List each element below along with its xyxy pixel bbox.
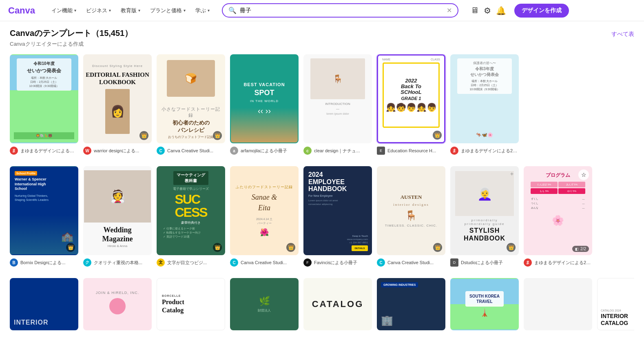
- chevron-down-icon: ▾: [74, 8, 76, 13]
- creator-name: まゆまるデザインによるパンフレット: [20, 148, 78, 154]
- clear-search-icon[interactable]: ✕: [447, 7, 452, 14]
- crown-badge: 👑: [139, 131, 148, 140]
- page-badge: ◧ 2/2: [572, 246, 589, 252]
- template-card-r3-6[interactable]: GROWING INDUSTRIES 🏢: [377, 278, 445, 330]
- template-card-r1-6[interactable]: NAMECLASS 2022Back ToSCHooL GRADE 1 👧🧒👦👧…: [377, 54, 445, 155]
- template-card-r2-8[interactable]: プログラム たんぽぽ 5% あんず 5% もも 5% ゆり 5% ずくし— つく…: [524, 166, 592, 267]
- template-card-r3-3[interactable]: BORCELLE ProductCatalog: [157, 278, 225, 330]
- creator-name: Canva Creative Studi...: [167, 148, 213, 153]
- nav-item-4[interactable]: 学ぶ ▾: [191, 4, 214, 17]
- template-card-r2-6[interactable]: AUSTENinterior designs 🪑 TIMELESS. CLASS…: [377, 166, 445, 267]
- creator-avatar: 文: [157, 258, 165, 267]
- crown-badge: 👑: [213, 243, 222, 252]
- crown-badge: 👑: [433, 131, 442, 140]
- template-card-r3-1[interactable]: INTERIOR: [10, 278, 78, 330]
- section-title: Canvaのテンプレート（15,451）: [10, 28, 133, 39]
- creator-name: Dstudioによる小冊子: [461, 260, 503, 266]
- template-card-r3-2[interactable]: JOIN & HIRELD, INC.: [83, 278, 152, 330]
- section-subtitle: Canvaクリエイターによる作成: [10, 40, 634, 48]
- nav-item-1[interactable]: ビジネス ▾: [82, 4, 115, 17]
- creator-avatar: E: [377, 147, 385, 155]
- template-card-r1-3[interactable]: 🍞 小さなフードストーリー記録 初心者のための パンレシピ おうちのフェフェトフ…: [157, 54, 225, 155]
- creator-avatar: a: [230, 147, 238, 155]
- chevron-down-icon: ▾: [208, 8, 210, 13]
- search-icon: 🔍: [228, 7, 237, 14]
- template-row-3: INTERIOR JOIN & HIRELD, INC. BORCELLE Pr…: [10, 278, 634, 334]
- creator-avatar: ま: [450, 147, 458, 155]
- creator-name: Canva Creative Studi...: [387, 260, 434, 265]
- creator-name: Favincisによる小冊子: [314, 260, 357, 266]
- chevron-down-icon: ▾: [109, 8, 111, 13]
- template-row-1: 令和10年度 せいかつ発表会 場所：本館 大ホール日時：2月25日（土）10:0…: [10, 54, 634, 158]
- template-card-r2-2[interactable]: 👰 WeddingMagazine Hiroki & Anna ク クオリティ重…: [83, 166, 152, 267]
- template-card-r2-1[interactable]: School Profile Warner & SpencerInternati…: [10, 166, 78, 267]
- creator-name: arfamojilaによる小冊子: [241, 148, 287, 154]
- create-design-button[interactable]: デザインを作成: [514, 4, 569, 18]
- section-header: Canvaのテンプレート（15,451） すべて表: [10, 28, 634, 39]
- creator-name: Canva Creative Studi...: [241, 260, 287, 265]
- creator-name: 文字が目立つビジ...: [167, 260, 207, 266]
- template-card-r2-3[interactable]: マーケティング教科書 電子書籍で学ぶシリーズ SUCCESS 豪華特典付き ✓ …: [157, 166, 225, 267]
- template-card-r3-5[interactable]: CATALOG: [303, 278, 372, 330]
- nav-item-3[interactable]: プランと価格 ▾: [146, 4, 190, 17]
- monitor-icon[interactable]: 🖥: [471, 6, 479, 15]
- crown-badge: 👑: [507, 243, 516, 252]
- creator-avatar: D: [450, 258, 458, 267]
- template-card-r3-8[interactable]: [524, 278, 592, 330]
- template-row-2: School Profile Warner & SpencerInternati…: [10, 166, 634, 270]
- creator-name: まゆまるデザインによる2つ折りパンフレット: [461, 148, 519, 154]
- header: Canva イン機能 ▾ ビジネス ▾ 教育版 ▾ プランと価格 ▾ 学ぶ ▾ …: [0, 0, 644, 21]
- gear-icon[interactable]: ⚙: [484, 6, 491, 16]
- creator-name: warrior designによる...: [94, 148, 139, 154]
- creator-avatar: C: [377, 258, 385, 267]
- template-card-r1-5[interactable]: 🪑 INTRODUCTION—lorem ipsum dolor c clear…: [303, 54, 372, 155]
- template-card-r1-2[interactable]: Discount Styling Style Here EDITORIAL FA…: [83, 54, 152, 155]
- template-card-r3-4[interactable]: 🌿 財団法人: [230, 278, 299, 330]
- creator-avatar: ま: [524, 258, 532, 267]
- creator-avatar: W: [83, 147, 91, 155]
- template-card-r1-1[interactable]: 令和10年度 せいかつ発表会 場所：本館 大ホール日時：2月25日（土）10:0…: [10, 54, 78, 155]
- crown-badge: 👑: [286, 243, 295, 252]
- template-card-r2-7[interactable]: 👩‍🦳 primordiallyprimordially guide STYLI…: [450, 166, 519, 267]
- nav-item-0[interactable]: イン機能 ▾: [47, 4, 80, 17]
- nav-bar: イン機能 ▾ ビジネス ▾ 教育版 ▾ プランと価格 ▾ 学ぶ ▾: [47, 4, 214, 17]
- creator-name: Education Resource H...: [387, 148, 436, 153]
- header-icons: 🖥 ⚙ 🔔: [471, 6, 506, 16]
- chevron-down-icon: ▾: [184, 8, 186, 13]
- creator-name: clear design｜ナチュ...: [314, 148, 360, 154]
- creator-avatar: C: [230, 258, 238, 267]
- template-card-r3-7[interactable]: SOUTH KOREATRAVEL 🗼: [450, 278, 519, 330]
- creator-name: Bornix Designによる...: [20, 260, 66, 266]
- creator-avatar: ま: [10, 147, 18, 155]
- template-card-r1-7[interactable]: 保護者の皆へ〜 令和3年度せいかつ発表会 場所：本館 大ホール日時：2月25日（…: [450, 54, 519, 155]
- creator-avatar: c: [303, 147, 312, 155]
- star-icon[interactable]: ☆: [578, 169, 589, 180]
- creator-avatar: B: [10, 258, 18, 267]
- see-all-link[interactable]: すべて表: [611, 31, 634, 38]
- creator-avatar: ク: [83, 258, 91, 267]
- crown-badge: 👑: [66, 243, 75, 252]
- chevron-down-icon: ▾: [138, 8, 140, 13]
- crown-badge: 👑: [213, 131, 222, 140]
- crown-badge: 👑: [433, 243, 442, 252]
- template-card-r3-9[interactable]: CATALOG 2024 INTERIORCATALOG: [597, 278, 634, 330]
- logo[interactable]: Canva: [8, 5, 35, 16]
- creator-name: まゆまるデザインによる2つ折りパンフレット: [534, 260, 592, 266]
- template-card-r2-5[interactable]: 2024EMPLOYEEHANDBOOK For New Employee Lo…: [303, 166, 372, 267]
- search-input[interactable]: [240, 7, 443, 14]
- creator-avatar: C: [157, 147, 165, 155]
- bell-icon[interactable]: 🔔: [496, 6, 506, 16]
- template-card-r1-4[interactable]: BEST VACATION SPOT IN THE WORLD ‹‹ ›› a …: [230, 54, 299, 155]
- creator-name: クオリティ重視の本格...: [94, 260, 142, 266]
- search-bar: 🔍 ✕: [222, 3, 458, 18]
- creator-avatar: F: [303, 258, 312, 267]
- nav-item-2[interactable]: 教育版 ▾: [117, 4, 144, 17]
- template-card-r2-4[interactable]: ふたりのフードストーリー記録 Sanae &Eita 2024.4.14 土パー…: [230, 166, 299, 267]
- main-content: Canvaのテンプレート（15,451） すべて表 Canvaクリエイターによる…: [0, 21, 644, 345]
